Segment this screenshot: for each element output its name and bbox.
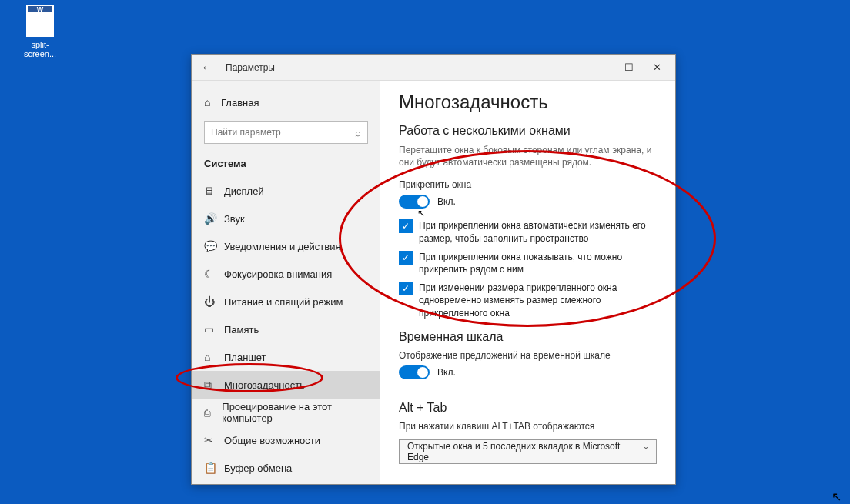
sound-icon: 🔊	[204, 212, 224, 225]
check-resize-fill[interactable]: ✓ При прикреплении окна автоматически из…	[399, 219, 657, 244]
shared-icon: ✂	[204, 434, 224, 446]
checkbox-icon: ✓	[399, 219, 413, 233]
cursor-icon: ↖	[832, 489, 842, 504]
sidebar-item-label: Фокусировка внимания	[224, 269, 332, 280]
sidebar-item-label: Уведомления и действия	[224, 241, 341, 252]
snap-toggle[interactable]: Вкл.	[399, 195, 456, 209]
check-label: При прикреплении окна показывать, что мо…	[419, 251, 657, 275]
settings-window: ← Параметры – ☐ ✕ ⌂ Главная ⌕ Система 🖥 …	[191, 54, 676, 485]
sidebar-item-clipboard[interactable]: 📋 Буфер обмена	[192, 454, 380, 482]
sidebar-item-label: Звук	[224, 213, 245, 225]
content-pane: Многозадачность Работа с несколькими окн…	[380, 81, 675, 484]
sidebar-item-label: Память	[224, 324, 259, 335]
timeline-label: Отображение предложений на временной шка…	[399, 350, 657, 361]
sidebar-item-multitasking[interactable]: ⧉ Многозадачность	[192, 371, 380, 399]
desktop-file-word[interactable]: split-screen...	[15, 5, 65, 58]
sidebar-home-label: Главная	[221, 97, 259, 108]
search-box[interactable]: ⌕	[204, 121, 368, 144]
sidebar-item-tablet[interactable]: ⌂ Планшет	[192, 343, 380, 371]
sidebar-item-label: Общие возможности	[224, 435, 320, 446]
tablet-icon: ⌂	[204, 351, 224, 363]
window-title: Параметры	[226, 62, 587, 73]
desktop-file-label: split-screen...	[15, 40, 65, 58]
search-input[interactable]	[211, 127, 355, 138]
sidebar-item-power[interactable]: ⏻ Питание и спящий режим	[192, 288, 380, 315]
checkbox-icon: ✓	[399, 251, 413, 265]
sidebar-item-label: Буфер обмена	[224, 462, 292, 474]
sidebar-home[interactable]: ⌂ Главная	[192, 88, 380, 116]
sidebar-item-shared[interactable]: ✂ Общие возможности	[192, 426, 380, 454]
maximize-button[interactable]: ☐	[615, 55, 643, 81]
alttab-dropdown[interactable]: Открытые окна и 5 последних вкладок в Mi…	[399, 439, 657, 464]
snap-label: Прикрепить окна	[399, 179, 657, 190]
sidebar-item-display[interactable]: 🖥 Дисплей	[192, 177, 380, 205]
dropdown-value: Открытые окна и 5 последних вкладок в Mi…	[407, 441, 644, 462]
page-heading: Многозадачность	[399, 92, 657, 113]
sidebar-item-storage[interactable]: ▭ Память	[192, 315, 380, 343]
sidebar: ⌂ Главная ⌕ Система 🖥 Дисплей 🔊 Звук 💬 У…	[192, 81, 380, 484]
toggle-state-label: Вкл.	[437, 196, 456, 207]
alttab-label: При нажатии клавиш ALT+TAB отображаются	[399, 421, 657, 432]
close-button[interactable]: ✕	[643, 55, 671, 81]
checkbox-icon: ✓	[399, 282, 413, 295]
toggle-state-label: Вкл.	[437, 367, 456, 378]
section-windows-title: Работа с несколькими окнами	[399, 124, 657, 138]
sidebar-item-label: Многозадачность	[224, 379, 305, 391]
check-show-beside[interactable]: ✓ При прикреплении окна показывать, что …	[399, 251, 657, 275]
storage-icon: ▭	[204, 323, 224, 335]
sidebar-section-label: Система	[192, 153, 380, 177]
back-button[interactable]: ←	[201, 61, 218, 75]
section-alttab-title: Alt + Tab	[399, 401, 657, 415]
section-windows-desc: Перетащите окна к боковым сторонам или у…	[399, 144, 657, 169]
section-timeline-title: Временная шкала	[399, 330, 657, 344]
notify-icon: 💬	[204, 240, 224, 252]
clipboard-icon: 📋	[204, 462, 224, 474]
sidebar-item-label: Проецирование на этот компьютер	[222, 401, 368, 424]
multitask-icon: ⧉	[204, 379, 224, 392]
moon-icon: ☾	[204, 268, 224, 280]
sidebar-item-project[interactable]: ⎙ Проецирование на этот компьютер	[192, 399, 380, 426]
power-icon: ⏻	[204, 295, 224, 308]
cursor-icon: ↖	[417, 208, 425, 219]
check-label: При изменении размера прикрепленного окн…	[419, 282, 657, 319]
toggle-track	[399, 195, 430, 209]
home-icon: ⌂	[204, 96, 221, 108]
sidebar-item-label: Дисплей	[224, 185, 264, 197]
titlebar: ← Параметры – ☐ ✕	[192, 55, 675, 81]
sidebar-item-notifications[interactable]: 💬 Уведомления и действия	[192, 232, 380, 260]
timeline-toggle[interactable]: Вкл.	[399, 365, 456, 379]
minimize-button[interactable]: –	[587, 55, 615, 81]
sidebar-item-label: Планшет	[224, 352, 266, 363]
chevron-down-icon: ˅	[644, 446, 648, 457]
toggle-track	[399, 365, 430, 379]
sidebar-item-focus[interactable]: ☾ Фокусировка внимания	[192, 260, 380, 288]
check-label: При прикреплении окна автоматически изме…	[419, 219, 657, 244]
sidebar-item-label: Питание и спящий режим	[224, 296, 343, 308]
word-icon	[26, 5, 54, 37]
project-icon: ⎙	[204, 406, 222, 419]
display-icon: 🖥	[204, 185, 224, 197]
check-resize-adjacent[interactable]: ✓ При изменении размера прикрепленного о…	[399, 282, 657, 319]
sidebar-item-sound[interactable]: 🔊 Звук	[192, 205, 380, 232]
search-icon: ⌕	[355, 127, 361, 139]
